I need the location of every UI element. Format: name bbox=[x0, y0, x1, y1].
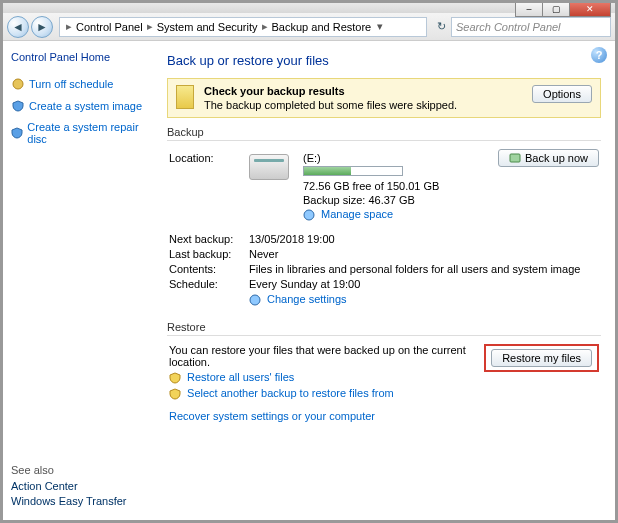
restore-all-users-link[interactable]: Restore all users' files bbox=[169, 371, 476, 384]
svg-rect-2 bbox=[510, 154, 520, 162]
schedule-label: Schedule: bbox=[169, 278, 249, 290]
breadcrumb-dropdown[interactable]: ▾ bbox=[373, 20, 387, 33]
shield-icon bbox=[11, 126, 23, 140]
schedule-icon bbox=[11, 77, 25, 91]
breadcrumb-item[interactable]: System and Security bbox=[155, 21, 260, 33]
see-also-header: See also bbox=[11, 464, 145, 476]
control-panel-home-link[interactable]: Control Panel Home bbox=[11, 51, 145, 63]
backup-group: Backup Location: (E:) 72.56 GB free of 1… bbox=[167, 126, 601, 315]
disk-icon bbox=[303, 208, 318, 220]
backup-icon bbox=[509, 152, 521, 164]
nav-forward-button[interactable]: ► bbox=[31, 16, 53, 38]
manage-space-label: Manage space bbox=[321, 208, 393, 220]
restore-group: Restore You can restore your files that … bbox=[167, 321, 601, 428]
last-backup-value: Never bbox=[249, 248, 599, 260]
refresh-button[interactable]: ↻ bbox=[431, 20, 451, 33]
shield-icon bbox=[11, 99, 25, 113]
help-icon[interactable]: ? bbox=[591, 47, 607, 63]
backup-size: Backup size: 46.37 GB bbox=[303, 194, 439, 206]
sidebar-link-turn-off-schedule[interactable]: Turn off schedule bbox=[11, 77, 145, 91]
next-backup-label: Next backup: bbox=[169, 233, 249, 245]
select-another-backup-link[interactable]: Select another backup to restore files f… bbox=[169, 387, 476, 400]
change-settings-link[interactable]: Change settings bbox=[249, 293, 347, 305]
breadcrumb-root-icon: ▸ bbox=[64, 20, 74, 33]
schedule-value: Every Sunday at 19:00 bbox=[249, 278, 599, 290]
backup-results-banner: Check your backup results The backup com… bbox=[167, 78, 601, 118]
disk-usage-bar bbox=[303, 166, 403, 176]
change-settings-label: Change settings bbox=[267, 293, 347, 305]
drive-icon bbox=[249, 154, 289, 180]
sidebar-link-create-system-image[interactable]: Create a system image bbox=[11, 99, 145, 113]
window-minimize-button[interactable]: – bbox=[515, 2, 543, 17]
restore-group-title: Restore bbox=[167, 321, 601, 335]
sidebar-link-label: Create a system repair disc bbox=[27, 121, 145, 145]
location-value: (E:) bbox=[303, 152, 439, 164]
main-content: ? Back up or restore your files Check yo… bbox=[153, 41, 615, 520]
banner-heading: Check your backup results bbox=[204, 85, 532, 97]
location-label: Location: bbox=[169, 152, 249, 164]
search-placeholder: Search Control Panel bbox=[456, 21, 561, 33]
restore-lead: You can restore your files that were bac… bbox=[169, 344, 476, 368]
backup-group-title: Backup bbox=[167, 126, 601, 140]
chevron-right-icon: ▸ bbox=[145, 20, 155, 33]
sidebar: Control Panel Home Turn off schedule Cre… bbox=[3, 41, 153, 520]
breadcrumb[interactable]: ▸ Control Panel ▸ System and Security ▸ … bbox=[59, 17, 427, 37]
manage-space-link[interactable]: Manage space bbox=[303, 208, 439, 221]
svg-point-0 bbox=[13, 79, 23, 89]
window-close-button[interactable]: ✕ bbox=[569, 2, 611, 17]
free-space: 72.56 GB free of 150.01 GB bbox=[303, 180, 439, 192]
svg-point-3 bbox=[250, 295, 260, 305]
select-another-backup-label: Select another backup to restore files f… bbox=[187, 387, 394, 399]
chevron-right-icon: ▸ bbox=[260, 20, 270, 33]
last-backup-label: Last backup: bbox=[169, 248, 249, 260]
search-input[interactable]: Search Control Panel bbox=[451, 17, 611, 37]
sidebar-link-label: Create a system image bbox=[29, 100, 142, 112]
back-up-now-label: Back up now bbox=[525, 152, 588, 164]
page-title: Back up or restore your files bbox=[167, 53, 601, 68]
contents-label: Contents: bbox=[169, 263, 249, 275]
see-also-easy-transfer[interactable]: Windows Easy Transfer bbox=[11, 495, 145, 507]
breadcrumb-item[interactable]: Control Panel bbox=[74, 21, 145, 33]
settings-icon bbox=[249, 293, 264, 305]
restore-my-files-button[interactable]: Restore my files bbox=[491, 349, 592, 367]
navbar: ◄ ► ▸ Control Panel ▸ System and Securit… bbox=[3, 13, 615, 41]
svg-point-1 bbox=[304, 210, 314, 220]
sidebar-link-label: Turn off schedule bbox=[29, 78, 113, 90]
restore-my-files-highlight: Restore my files bbox=[484, 344, 599, 372]
see-also-action-center[interactable]: Action Center bbox=[11, 480, 145, 492]
shield-icon bbox=[169, 387, 184, 399]
recover-system-link[interactable]: Recover system settings or your computer bbox=[169, 410, 599, 422]
breadcrumb-item[interactable]: Backup and Restore bbox=[270, 21, 374, 33]
window-maximize-button[interactable]: ▢ bbox=[542, 2, 570, 17]
sidebar-link-create-repair-disc[interactable]: Create a system repair disc bbox=[11, 121, 145, 145]
contents-value: Files in libraries and personal folders … bbox=[249, 263, 599, 275]
shield-icon bbox=[169, 371, 184, 383]
banner-options-button[interactable]: Options bbox=[532, 85, 592, 103]
banner-body: The backup completed but some files were… bbox=[204, 99, 457, 111]
nav-back-button[interactable]: ◄ bbox=[7, 16, 29, 38]
titlebar: – ▢ ✕ bbox=[3, 3, 615, 13]
restore-all-users-label: Restore all users' files bbox=[187, 371, 294, 383]
back-up-now-button[interactable]: Back up now bbox=[498, 149, 599, 167]
warning-flag-icon bbox=[176, 85, 194, 109]
next-backup-value: 13/05/2018 19:00 bbox=[249, 233, 599, 245]
